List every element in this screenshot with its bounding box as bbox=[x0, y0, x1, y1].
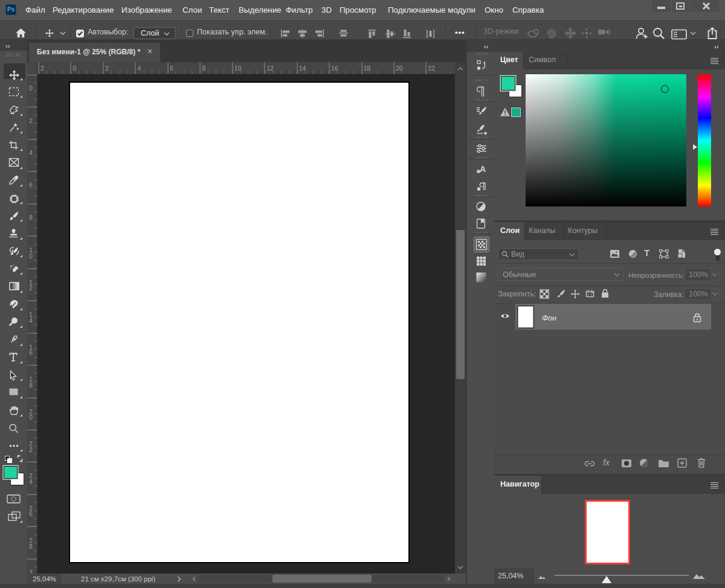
svg-text:A: A bbox=[480, 164, 486, 174]
